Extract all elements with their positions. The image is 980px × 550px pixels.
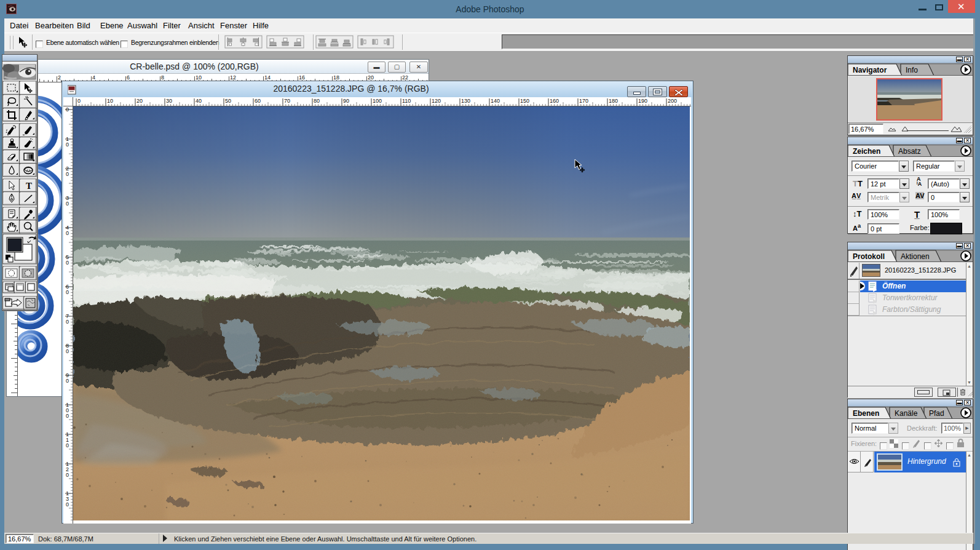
svg-text:20: 20 — [136, 98, 143, 104]
svg-text:180: 180 — [609, 98, 618, 104]
svg-text:20: 20 — [368, 74, 374, 81]
svg-text:18: 18 — [333, 74, 339, 81]
svg-text:Aktionen: Aktionen — [901, 252, 930, 261]
svg-text:Absatz: Absatz — [898, 147, 921, 156]
svg-text:90: 90 — [343, 98, 349, 104]
svg-text:0: 0 — [66, 141, 69, 148]
svg-text:120: 120 — [432, 98, 441, 104]
svg-text:30: 30 — [166, 98, 172, 104]
svg-text:0: 0 — [66, 171, 69, 177]
svg-text:140: 140 — [491, 98, 500, 104]
svg-text:0: 0 — [66, 442, 69, 448]
svg-text:6: 6 — [127, 74, 130, 81]
svg-text:100: 100 — [373, 98, 382, 104]
svg-text:8: 8 — [161, 74, 164, 81]
svg-text:Pfad: Pfad — [929, 409, 944, 418]
svg-text:0: 0 — [66, 289, 69, 295]
svg-text:Zeichen: Zeichen — [853, 147, 880, 156]
svg-text:40: 40 — [196, 98, 202, 104]
svg-text:T: T — [26, 181, 32, 191]
svg-text:16: 16 — [299, 74, 305, 81]
svg-text:22: 22 — [402, 74, 408, 81]
svg-text:10: 10 — [196, 74, 202, 81]
svg-text:Kanäle: Kanäle — [895, 409, 918, 418]
svg-text:0: 0 — [66, 378, 69, 384]
svg-text:Ebenen: Ebenen — [853, 409, 879, 418]
svg-text:Protokoll: Protokoll — [853, 252, 885, 261]
svg-text:0: 0 — [66, 472, 69, 478]
svg-text:Info: Info — [906, 66, 918, 74]
svg-text:110: 110 — [402, 98, 411, 104]
svg-text:0: 0 — [66, 230, 69, 236]
svg-text:14: 14 — [264, 74, 271, 81]
svg-text:170: 170 — [579, 98, 588, 104]
svg-text:80: 80 — [314, 98, 320, 104]
svg-text:130: 130 — [461, 98, 470, 104]
svg-text:0: 0 — [66, 201, 69, 207]
svg-text:Navigator: Navigator — [853, 66, 887, 74]
svg-text:70: 70 — [284, 98, 290, 104]
svg-text:160: 160 — [550, 98, 559, 104]
svg-text:60: 60 — [255, 98, 261, 104]
svg-text:0: 0 — [66, 106, 69, 113]
svg-text:50: 50 — [225, 98, 231, 104]
svg-text:0: 0 — [66, 319, 69, 325]
svg-text:0: 0 — [77, 98, 81, 104]
svg-text:190: 190 — [638, 98, 647, 104]
svg-text:150: 150 — [520, 98, 529, 104]
svg-text:2: 2 — [58, 74, 61, 81]
svg-text:0: 0 — [66, 260, 69, 266]
svg-text:4: 4 — [92, 74, 95, 81]
svg-text:10: 10 — [107, 98, 113, 104]
svg-text:0: 0 — [66, 413, 69, 419]
svg-text:0: 0 — [66, 501, 69, 508]
svg-text:12: 12 — [230, 74, 236, 81]
svg-text:0: 0 — [66, 348, 69, 354]
svg-text:200: 200 — [668, 98, 677, 104]
